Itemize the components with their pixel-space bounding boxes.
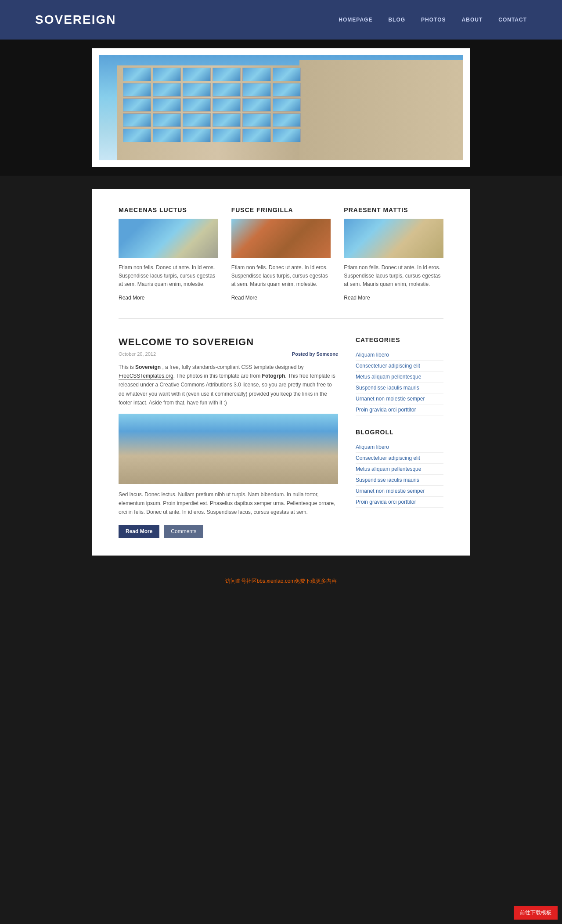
nav-homepage[interactable]: HOMEPAGE <box>339 17 372 23</box>
article-author[interactable]: Someone <box>316 351 338 357</box>
article-body-1: This is Sovereign , a free, fully standa… <box>119 363 338 408</box>
category-item[interactable]: Proin gravida orci porttitor <box>356 404 443 415</box>
categories-title: CATEGORIES <box>356 336 443 343</box>
featured-item-2: FUSCE FRINGILLA Etiam non felis. Donec u… <box>231 206 331 301</box>
blogroll-item[interactable]: Metus aliquam pellentesque <box>356 464 443 475</box>
blogroll-item[interactable]: Aliquam libero <box>356 442 443 453</box>
category-item[interactable]: Suspendisse iaculis mauris <box>356 383 443 393</box>
main-article: WELCOME TO SOVEREIGN October 20, 2012 Po… <box>119 336 338 538</box>
nav-blog[interactable]: BLOG <box>388 17 405 23</box>
site-title: SOVEREIGN <box>35 13 116 27</box>
hero-wrapper <box>92 48 470 167</box>
article-meta: October 20, 2012 Posted by Someone <box>119 351 338 357</box>
featured-item-1: MAECENAS LUCTUS Etiam non felis. Donec u… <box>119 206 218 301</box>
article-comments-button[interactable]: Comments <box>164 525 203 538</box>
main-sidebar: WELCOME TO SOVEREIGN October 20, 2012 Po… <box>119 336 443 538</box>
article-date: October 20, 2012 <box>119 351 156 357</box>
hero-section <box>0 40 562 176</box>
featured-body-2: Etiam non felis. Donec ut ante. In id er… <box>231 263 331 289</box>
blogroll-title: BLOGROLL <box>356 429 443 436</box>
featured-title-1: MAECENAS LUCTUS <box>119 206 218 213</box>
featured-row: MAECENAS LUCTUS Etiam non felis. Donec u… <box>119 206 443 319</box>
featured-readmore-1[interactable]: Read More <box>119 295 144 301</box>
featured-item-3: PRAESENT MATTIS Etiam non felis. Donec u… <box>344 206 443 301</box>
featured-title-2: FUSCE FRINGILLA <box>231 206 331 213</box>
blogroll-list: Aliquam libero Consectetuer adipiscing e… <box>356 442 443 508</box>
blogroll-item[interactable]: Suspendisse iaculis mauris <box>356 475 443 486</box>
nav-contact[interactable]: CONTACT <box>498 17 527 23</box>
article-body-2: Sed lacus. Donec lectus. Nullam pretium … <box>119 490 338 517</box>
featured-thumb-2 <box>231 219 331 258</box>
hero-image <box>99 55 463 160</box>
featured-readmore-3[interactable]: Read More <box>344 295 370 301</box>
featured-title-3: PRAESENT MATTIS <box>344 206 443 213</box>
featured-thumb-1 <box>119 219 218 258</box>
article-posted-by: Posted by Someone <box>292 351 338 357</box>
category-item[interactable]: Consectetuer adipiscing elit <box>356 361 443 372</box>
category-item[interactable]: Metus aliquam pellentesque <box>356 372 443 383</box>
blogroll-item[interactable]: Urnanet non molestie semper <box>356 486 443 497</box>
content-area: MAECENAS LUCTUS Etiam non felis. Donec u… <box>0 176 562 569</box>
watermark-text: 访问血号社区bbs.xienlao.com免费下载更多内容 <box>0 573 562 589</box>
blogroll-item[interactable]: Consectetuer adipiscing elit <box>356 453 443 464</box>
blogroll-item[interactable]: Proin gravida orci porttitor <box>356 497 443 508</box>
main-nav: HOMEPAGE BLOG PHOTOS ABOUT CONTACT <box>339 17 527 23</box>
article-read-more-button[interactable]: Read More <box>119 525 159 538</box>
article-buttons: Read More Comments <box>119 525 338 538</box>
article-title: WELCOME TO SOVEREIGN <box>119 336 338 348</box>
category-item[interactable]: Aliquam libero <box>356 350 443 361</box>
nav-about[interactable]: ABOUT <box>462 17 483 23</box>
nav-photos[interactable]: PHOTOS <box>421 17 446 23</box>
category-item[interactable]: Urnanet non molestie semper <box>356 393 443 404</box>
site-header: SOVEREIGN HOMEPAGE BLOG PHOTOS ABOUT CON… <box>0 0 562 40</box>
featured-thumb-3 <box>344 219 443 258</box>
sidebar: CATEGORIES Aliquam libero Consectetuer a… <box>356 336 443 538</box>
featured-readmore-2[interactable]: Read More <box>231 295 257 301</box>
article-image <box>119 414 338 484</box>
categories-list: Aliquam libero Consectetuer adipiscing e… <box>356 350 443 415</box>
featured-body-1: Etiam non felis. Donec ut ante. In id er… <box>119 263 218 289</box>
footer: 访问血号社区bbs.xienlao.com免费下载更多内容 <box>0 569 562 594</box>
content-wrapper: MAECENAS LUCTUS Etiam non felis. Donec u… <box>92 189 470 556</box>
featured-body-3: Etiam non felis. Donec ut ante. In id er… <box>344 263 443 289</box>
